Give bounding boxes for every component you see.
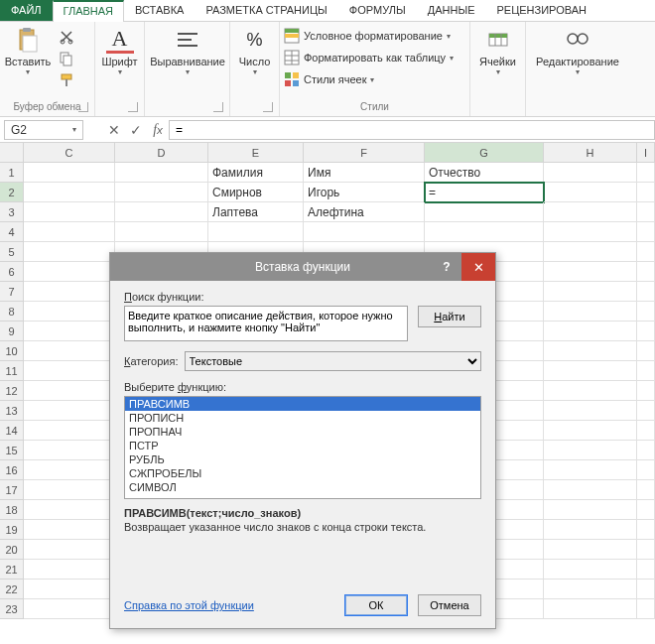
- cell[interactable]: Лаптева: [208, 202, 304, 222]
- cell[interactable]: [544, 520, 637, 540]
- cell[interactable]: Отчество: [425, 163, 544, 183]
- ok-button[interactable]: ОК: [344, 594, 408, 616]
- function-option[interactable]: РУБЛЬ: [125, 452, 480, 466]
- row-header[interactable]: 21: [0, 560, 24, 580]
- row-header[interactable]: 10: [0, 341, 24, 361]
- cell[interactable]: [544, 540, 637, 560]
- cancel-button[interactable]: Отмена: [418, 594, 481, 616]
- dialog-launcher-icon[interactable]: [128, 102, 138, 112]
- cell[interactable]: [544, 302, 637, 322]
- cell[interactable]: [544, 341, 637, 361]
- cell[interactable]: [24, 341, 115, 361]
- cell[interactable]: [544, 460, 637, 480]
- cell[interactable]: [208, 222, 304, 242]
- cell[interactable]: [24, 163, 115, 183]
- tab-data[interactable]: ДАННЫЕ: [417, 0, 486, 21]
- row-header[interactable]: 17: [0, 480, 24, 500]
- cell[interactable]: [425, 202, 544, 222]
- dialog-launcher-icon[interactable]: [263, 102, 273, 112]
- cell[interactable]: [24, 441, 115, 460]
- col-header[interactable]: C: [24, 143, 115, 163]
- function-option[interactable]: ПРОПНАЧ: [125, 425, 480, 439]
- cell[interactable]: [544, 500, 637, 520]
- col-header[interactable]: E: [208, 143, 304, 163]
- col-header[interactable]: I: [637, 143, 655, 163]
- cell[interactable]: [544, 580, 637, 599]
- row-header[interactable]: 11: [0, 361, 24, 381]
- cell[interactable]: [637, 341, 655, 361]
- cell[interactable]: [544, 262, 637, 282]
- col-header[interactable]: D: [115, 143, 208, 163]
- select-all-corner[interactable]: [0, 143, 24, 163]
- cell[interactable]: [24, 500, 115, 520]
- tab-formulas[interactable]: ФОРМУЛЫ: [338, 0, 417, 21]
- row-header[interactable]: 15: [0, 441, 24, 460]
- row-header[interactable]: 16: [0, 460, 24, 480]
- cell[interactable]: [544, 599, 637, 619]
- cell[interactable]: [544, 401, 637, 421]
- formula-input[interactable]: [169, 120, 655, 140]
- cell[interactable]: [544, 242, 637, 262]
- cell[interactable]: [637, 381, 655, 401]
- cell[interactable]: Смирнов: [208, 183, 304, 202]
- cell[interactable]: [115, 183, 208, 202]
- cell[interactable]: Имя: [304, 163, 425, 183]
- cell[interactable]: [544, 282, 637, 302]
- cell[interactable]: [24, 401, 115, 421]
- cell[interactable]: [637, 441, 655, 460]
- cell[interactable]: [637, 202, 655, 222]
- cell[interactable]: [24, 480, 115, 500]
- close-icon[interactable]: ✕: [461, 253, 495, 281]
- dialog-titlebar[interactable]: Вставка функции ? ✕: [110, 253, 495, 281]
- dialog-launcher-icon[interactable]: [78, 102, 88, 112]
- function-option[interactable]: ПРАВСИМВ: [125, 397, 480, 411]
- cell[interactable]: [544, 560, 637, 580]
- col-header[interactable]: F: [304, 143, 425, 163]
- cell[interactable]: [637, 500, 655, 520]
- row-header[interactable]: 18: [0, 500, 24, 520]
- cell[interactable]: [637, 361, 655, 381]
- cut-icon[interactable]: [58, 28, 75, 46]
- row-header[interactable]: 20: [0, 540, 24, 560]
- cell[interactable]: [115, 202, 208, 222]
- cell-styles-button[interactable]: Стили ячеек▾: [284, 69, 454, 89]
- cell[interactable]: [637, 163, 655, 183]
- editing-group-button[interactable]: Редактирование ▾: [530, 24, 625, 78]
- row-header[interactable]: 14: [0, 421, 24, 441]
- cell[interactable]: [544, 183, 637, 202]
- row-header[interactable]: 12: [0, 381, 24, 401]
- cell[interactable]: [637, 183, 655, 202]
- cell[interactable]: [637, 421, 655, 441]
- function-option[interactable]: СЖПРОБЕЛЫ: [125, 466, 480, 480]
- help-icon[interactable]: ?: [432, 253, 461, 281]
- format-as-table-button[interactable]: Форматировать как таблицу▾: [284, 48, 454, 67]
- cells-group-button[interactable]: Ячейки ▾: [474, 24, 521, 78]
- cell[interactable]: Игорь: [304, 183, 425, 202]
- row-header[interactable]: 1: [0, 163, 24, 183]
- cell[interactable]: [24, 560, 115, 580]
- row-header[interactable]: 19: [0, 520, 24, 540]
- category-select[interactable]: Текстовые: [185, 351, 482, 371]
- tab-home[interactable]: ГЛАВНАЯ: [53, 0, 124, 22]
- row-header[interactable]: 2: [0, 183, 24, 202]
- cell[interactable]: [544, 421, 637, 441]
- col-header[interactable]: H: [544, 143, 637, 163]
- cell[interactable]: [24, 222, 115, 242]
- format-painter-icon[interactable]: [58, 71, 75, 89]
- cell[interactable]: Фамилия: [208, 163, 304, 183]
- cell[interactable]: [544, 322, 637, 341]
- cell[interactable]: [24, 381, 115, 401]
- row-header[interactable]: 5: [0, 242, 24, 262]
- function-option[interactable]: ПРОПИСН: [125, 411, 480, 425]
- conditional-formatting-button[interactable]: Условное форматирование▾: [284, 26, 454, 46]
- tab-review[interactable]: РЕЦЕНЗИРОВАН: [485, 0, 597, 21]
- cell[interactable]: [115, 222, 208, 242]
- cell[interactable]: [544, 222, 637, 242]
- row-header[interactable]: 8: [0, 302, 24, 322]
- cell[interactable]: [637, 262, 655, 282]
- row-header[interactable]: 7: [0, 282, 24, 302]
- cell[interactable]: [24, 322, 115, 341]
- cell[interactable]: [637, 520, 655, 540]
- alignment-group-button[interactable]: Выравнивание ▾: [149, 24, 226, 78]
- cell[interactable]: [637, 560, 655, 580]
